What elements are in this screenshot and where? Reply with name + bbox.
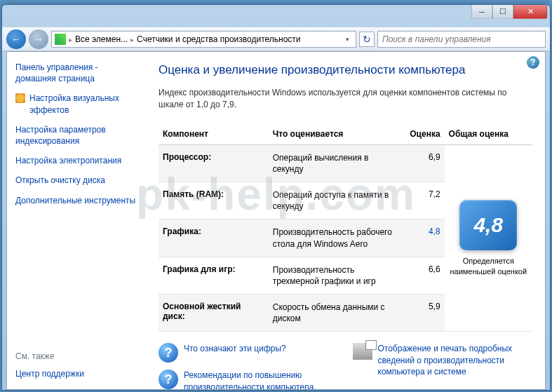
sidebar-tools[interactable]: Дополнительные инструменты [15,195,137,206]
question-icon: ? [159,343,178,363]
help-icon[interactable]: ? [527,56,539,69]
chevron-down-icon[interactable]: ▾ [342,32,353,47]
link-label: Отображение и печать подробных сведений … [378,343,533,377]
link-what-numbers[interactable]: ? Что означают эти цифры? [159,343,339,363]
control-panel-window: ─ ☐ ✕ ← → ▸ Все элемен... ▸ Счетчики и с… [1,4,551,391]
link-tips[interactable]: ? Рекомендации по повышению производител… [159,370,339,389]
back-button[interactable]: ← [6,29,26,49]
base-score-cell: 4,8 Определяется наименьшей оценкой [445,144,532,332]
refresh-button[interactable]: ↻ [359,32,375,47]
cell-desc: Операций доступа к памяти в секунду [269,182,400,219]
breadcrumb-item[interactable]: Счетчики и средства производительности [137,34,300,44]
content-area: Панель управления - домашняя страница На… [6,51,546,390]
sidebar-home-link[interactable]: Панель управления - домашняя страница [15,62,137,84]
sidebar: Панель управления - домашняя страница На… [7,52,146,389]
control-panel-icon [55,34,66,45]
titlebar: ─ ☐ ✕ [2,5,550,27]
sidebar-power[interactable]: Настройка электропитания [15,155,137,166]
link-label: Рекомендации по повышению производительн… [184,370,339,389]
printer-icon [353,343,372,360]
cell-desc: Скорость обмена данными с диском [269,295,400,332]
col-score: Оценка [400,123,445,145]
sidebar-disk-cleanup[interactable]: Открыть очистку диска [15,175,137,186]
intro-text: Индекс производительности Windows исполь… [159,87,532,111]
sidebar-bottom: См. также Центр поддержки [15,351,84,379]
col-base: Общая оценка [445,123,532,145]
search-input[interactable] [377,31,546,48]
sidebar-item-label: Настройка визуальных эффектов [29,93,137,115]
maximize-button[interactable]: ☐ [492,5,513,19]
sidebar-indexing[interactable]: Настройка параметров индексирования [15,124,137,147]
col-description: Что оценивается [269,123,400,145]
cell-component: Графика: [159,219,269,257]
footer-links: ? Что означают эти цифры? ? Рекомендации… [159,343,532,389]
main-panel: ? Оценка и увеличение производительности… [146,52,545,389]
base-score-badge: 4,8 [459,200,517,250]
cell-score: 7,2 [400,182,445,219]
minimize-button[interactable]: ─ [471,5,492,19]
close-button[interactable]: ✕ [513,5,547,19]
cell-desc: Производительность трехмерной графики и … [269,257,400,294]
cell-score: 5,9 [400,295,445,332]
base-score-text: Определяется наименьшей оценкой [449,256,528,276]
question-icon: ? [159,370,178,389]
cell-desc: Производительность рабочего стола для Wi… [269,219,400,257]
page-title: Оценка и увеличение производительности к… [159,63,532,77]
see-also-heading: См. также [15,351,84,361]
link-print-details[interactable]: Отображение и печать подробных сведений … [353,343,533,389]
cell-desc: Операций вычисления в секунду [269,144,400,182]
table-row: Процессор: Операций вычисления в секунду… [159,144,532,182]
link-label: Что означают эти цифры? [184,343,286,354]
cell-component: Графика для игр: [159,257,269,294]
sidebar-visual-effects[interactable]: Настройка визуальных эффектов [15,93,137,115]
cell-score: 6,9 [400,144,445,182]
cell-component: Память (RAM): [159,182,269,219]
scores-table: Компонент Что оценивается Оценка Общая о… [159,123,532,332]
sidebar-support-link[interactable]: Центр поддержки [15,368,84,379]
chevron-right-icon: ▸ [67,36,74,43]
breadcrumb[interactable]: ▸ Все элемен... ▸ Счетчики и средства пр… [51,31,356,48]
cell-score-lowest: 4,8 [400,219,445,257]
breadcrumb-item[interactable]: Все элемен... [75,34,128,44]
cell-component: Основной жесткий диск: [159,295,269,332]
col-component: Компонент [159,123,269,145]
cell-score: 6,6 [400,257,445,294]
navigation-bar: ← → ▸ Все элемен... ▸ Счетчики и средств… [2,27,550,51]
window-controls: ─ ☐ ✕ [471,5,547,19]
forward-button[interactable]: → [29,29,48,49]
shield-icon [15,93,25,103]
chevron-right-icon: ▸ [129,36,135,43]
cell-component: Процессор: [159,144,269,182]
